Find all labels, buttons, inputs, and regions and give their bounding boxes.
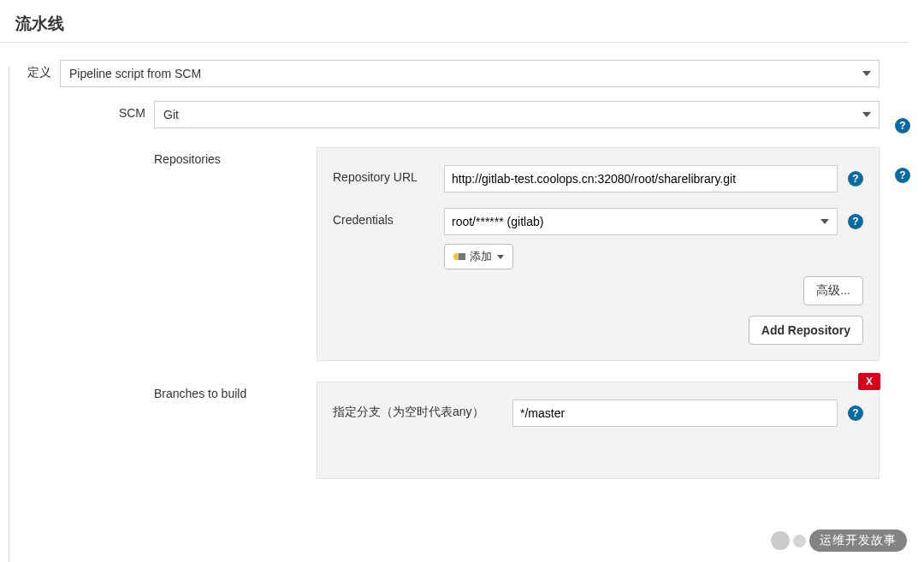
branch-spec-label: 指定分支（为空时代表any）: [333, 399, 512, 420]
add-credentials-label: 添加: [470, 249, 492, 264]
repositories-block: Repositories Repository URL ? Credential…: [154, 147, 880, 361]
advanced-button[interactable]: 高级...: [803, 276, 863, 305]
branch-spec-input[interactable]: [512, 399, 838, 427]
watermark: 运维开发故事: [771, 529, 907, 552]
delete-branch-button[interactable]: X: [858, 373, 880, 390]
branches-block: Branches to build X 指定分支（为空时代表any） ?: [154, 382, 880, 479]
credentials-label: Credentials: [333, 208, 444, 227]
wechat-icon: [793, 535, 806, 547]
definition-row: 定义 Pipeline script from SCM: [0, 60, 924, 87]
repository-panel: Repository URL ? Credentials root/******…: [317, 147, 880, 361]
help-icon[interactable]: ?: [848, 405, 863, 421]
help-icon[interactable]: ?: [848, 171, 863, 186]
repositories-label: Repositories: [154, 147, 317, 166]
branches-label: Branches to build: [154, 382, 317, 400]
left-divider: [9, 67, 9, 562]
watermark-text: 运维开发故事: [809, 529, 907, 552]
help-icon[interactable]: ?: [848, 214, 863, 229]
scm-label: SCM: [0, 101, 154, 120]
add-credentials-button[interactable]: 添加: [444, 244, 513, 269]
repo-url-label: Repository URL: [333, 165, 444, 184]
add-repository-button[interactable]: Add Repository: [749, 316, 863, 345]
scm-row: SCM Git: [0, 101, 924, 128]
branch-panel: X 指定分支（为空时代表any） ?: [317, 382, 880, 479]
help-icon[interactable]: ?: [895, 168, 910, 183]
definition-select[interactable]: Pipeline script from SCM: [60, 60, 880, 87]
credentials-select[interactable]: root/****** (gitlab): [444, 208, 838, 235]
key-icon: [453, 253, 465, 260]
repo-url-input[interactable]: [444, 165, 838, 192]
help-icon[interactable]: ?: [895, 118, 910, 133]
wechat-icon: [771, 531, 790, 550]
section-title: 流水线: [0, 0, 909, 43]
scm-select[interactable]: Git: [154, 101, 880, 128]
chevron-down-icon: [497, 255, 504, 259]
